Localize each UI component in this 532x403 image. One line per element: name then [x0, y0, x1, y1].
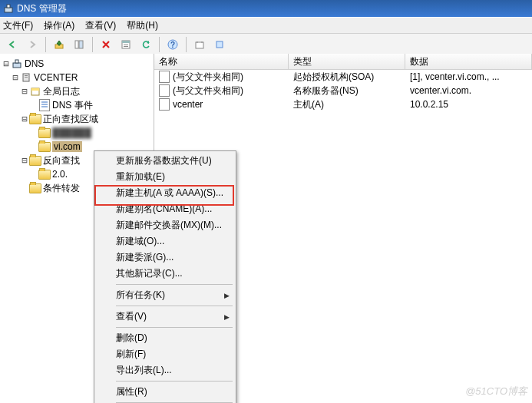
svg-rect-16 — [25, 75, 28, 76]
tree-label: 正向查找区域 — [43, 113, 98, 126]
ctx-label: 新建域(O)... — [116, 235, 164, 248]
toolbar-separator — [186, 37, 187, 52]
ctx-all-tasks[interactable]: 所有任务(K) — [96, 287, 234, 303]
cell-name: (与父文件夹相同) — [173, 84, 243, 97]
tree-label: VCENTER — [34, 72, 78, 83]
ctx-delete[interactable]: 删除(D) — [96, 330, 234, 346]
tree-root-dns[interactable]: ⊟ DNS — [0, 57, 154, 71]
ctx-label: 属性(R) — [116, 385, 147, 398]
svg-rect-17 — [25, 77, 28, 78]
expander-icon[interactable]: ⊟ — [2, 58, 11, 69]
toolbar-separator — [159, 37, 160, 52]
svg-rect-14 — [15, 60, 18, 63]
ctx-refresh[interactable]: 刷新(F) — [96, 346, 234, 362]
svg-rect-4 — [79, 41, 83, 48]
ctx-label: 其他新记录(C)... — [116, 267, 183, 280]
events-icon — [38, 100, 51, 111]
ctx-label: 新建邮件交换器(MX)(M)... — [116, 219, 222, 232]
folder-icon — [29, 114, 41, 124]
column-header-data[interactable]: 数据 — [405, 54, 532, 69]
svg-rect-0 — [5, 8, 12, 12]
record-icon — [159, 71, 170, 83]
folder-icon — [29, 155, 41, 166]
cell-type: 起始授权机构(SOA) — [293, 71, 374, 84]
tree-label: 全局日志 — [43, 85, 80, 98]
column-header-type[interactable]: 类型 — [289, 54, 405, 69]
ctx-label: 查看(V) — [116, 310, 147, 323]
ctx-update-server-data[interactable]: 更新服务器数据文件(U) — [96, 153, 234, 169]
tree-label: DNS 事件 — [52, 99, 93, 112]
server-icon — [20, 72, 32, 83]
record-icon — [159, 98, 170, 111]
log-folder-icon — [29, 86, 41, 97]
menu-view[interactable]: 查看(V) — [85, 19, 116, 32]
toolbar-forward[interactable] — [23, 35, 41, 54]
ctx-view[interactable]: 查看(V) — [96, 309, 234, 325]
dns-icon — [11, 58, 23, 69]
tree-label-blurred: ██████ — [52, 127, 91, 138]
list-row[interactable]: (与父文件夹相同) 名称服务器(NS) vcenter.vi.com. — [154, 84, 532, 97]
ctx-label: 删除(D) — [116, 332, 147, 345]
ctx-new-domain[interactable]: 新建域(O)... — [96, 233, 234, 249]
toolbar-misc2[interactable] — [210, 35, 229, 54]
ctx-label: 更新服务器数据文件(U) — [116, 154, 212, 167]
ctx-other-records[interactable]: 其他新记录(C)... — [96, 266, 234, 282]
menu-help[interactable]: 帮助(H) — [127, 19, 158, 32]
toolbar-up[interactable] — [50, 35, 68, 54]
svg-rect-6 — [122, 41, 130, 43]
watermark: @51CTO博客 — [465, 385, 527, 398]
tree-zone-blurred[interactable]: ██████ — [0, 126, 154, 140]
ctx-new-mx[interactable]: 新建邮件交换器(MX)(M)... — [96, 217, 234, 233]
toolbar-delete[interactable] — [97, 35, 115, 54]
toolbar-help[interactable]: ? — [164, 35, 182, 54]
svg-rect-11 — [196, 42, 203, 48]
folder-icon — [38, 169, 51, 180]
folder-icon — [29, 183, 41, 193]
tree-forward-zones[interactable]: ⊟ 正向查找区域 — [0, 112, 154, 126]
tree-server[interactable]: ⊟ VCENTER — [0, 71, 154, 84]
ctx-properties[interactable]: 属性(R) — [96, 384, 234, 400]
ctx-label: 导出列表(L)... — [116, 364, 172, 377]
ctx-reload[interactable]: 重新加载(E) — [96, 169, 234, 185]
toolbar-properties[interactable] — [117, 35, 135, 54]
cell-type: 主机(A) — [293, 98, 324, 111]
toolbar-misc1[interactable] — [190, 35, 209, 54]
expander-icon[interactable]: ⊟ — [20, 114, 29, 124]
menu-file[interactable]: 文件(F) — [3, 19, 33, 32]
ctx-new-delegation[interactable]: 新建委派(G)... — [96, 249, 234, 266]
app-icon — [3, 3, 14, 14]
cell-type: 名称服务器(NS) — [293, 84, 359, 97]
ctx-label: 新建主机(A 或 AAAA)(S)... — [116, 187, 223, 200]
list-row[interactable]: (与父文件夹相同) 起始授权机构(SOA) [1], vcenter.vi.co… — [154, 70, 532, 84]
ctx-label: 重新加载(E) — [116, 170, 165, 183]
cell-data: 10.0.2.15 — [410, 99, 448, 110]
tree-dns-events[interactable]: DNS 事件 — [0, 98, 154, 112]
svg-rect-12 — [216, 41, 223, 48]
menubar: 文件(F) 操作(A) 查看(V) 帮助(H) — [0, 17, 532, 34]
toolbar-show-hide[interactable] — [70, 35, 88, 54]
expander-icon[interactable]: ⊟ — [20, 86, 29, 97]
ctx-new-alias[interactable]: 新建别名(CNAME)(A)... — [96, 201, 234, 217]
expander-icon[interactable]: ⊟ — [20, 155, 29, 166]
ctx-separator — [116, 306, 233, 306]
tree-label: vi.com — [52, 141, 82, 152]
toolbar-separator — [45, 37, 46, 52]
toolbar-refresh[interactable] — [137, 35, 155, 54]
window-title: DNS 管理器 — [17, 2, 67, 15]
ctx-new-host[interactable]: 新建主机(A 或 AAAA)(S)... — [96, 185, 234, 201]
menu-action[interactable]: 操作(A) — [44, 19, 74, 32]
expander-icon[interactable]: ⊟ — [11, 72, 20, 83]
dns-manager-window: DNS 管理器 文件(F) 操作(A) 查看(V) 帮助(H) ? ⊟ DNS — [0, 0, 532, 403]
ctx-label: 刷新(F) — [116, 348, 146, 361]
list-row[interactable]: vcenter 主机(A) 10.0.2.15 — [154, 97, 532, 111]
toolbar: ? — [0, 34, 532, 56]
tree-global-logs[interactable]: ⊟ 全局日志 — [0, 84, 154, 98]
column-header-name[interactable]: 名称 — [154, 54, 289, 69]
toolbar-back[interactable] — [3, 35, 21, 54]
tree-label: 反向查找 — [43, 154, 80, 167]
titlebar: DNS 管理器 — [0, 0, 532, 17]
ctx-export-list[interactable]: 导出列表(L)... — [96, 362, 234, 378]
cell-name: (与父文件夹相同) — [173, 71, 243, 84]
tree-label: 条件转发 — [43, 182, 80, 195]
cell-data: vcenter.vi.com. — [410, 85, 471, 96]
